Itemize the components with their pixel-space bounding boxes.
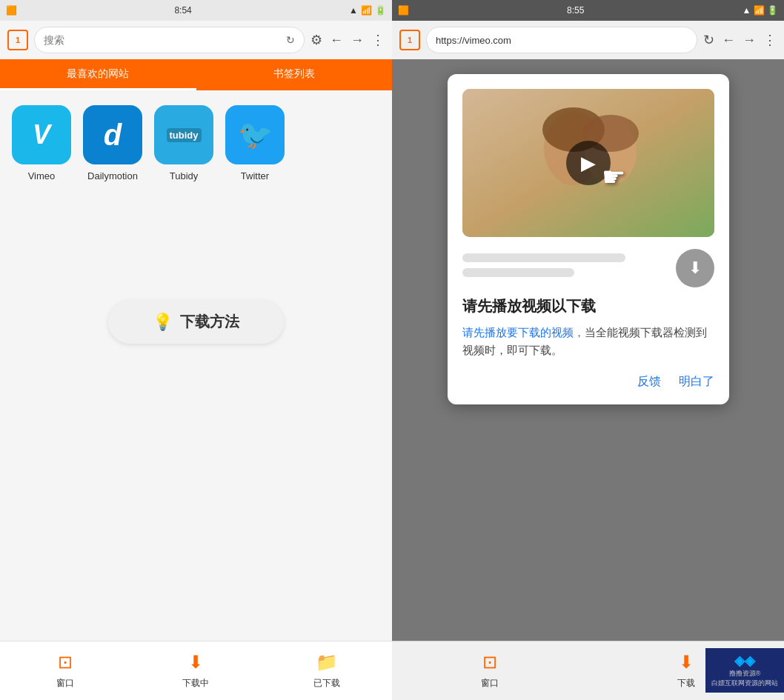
nav-downloaded-left[interactable]: 📁 已下载	[262, 652, 392, 690]
bookmark-dailymotion[interactable]: d Dailymotion	[83, 105, 142, 181]
feedback-button[interactable]: 反馈	[637, 374, 661, 390]
download-method-button[interactable]: 💡 下载方法	[108, 300, 284, 344]
popup-card: ▶ ☛ ⬇ 请先播放视频以下载 请先播放要下载的视频，当全能视频下载器检测到视频…	[448, 74, 729, 404]
menu-icon-right[interactable]: ⋮	[763, 32, 777, 48]
status-bar-left: 🟧 8:54 ▲ 📶 🔋	[0, 0, 392, 21]
nav-downloading-left[interactable]: ⬇ 下载中	[130, 652, 261, 690]
window-icon-right: ⊡	[482, 652, 497, 673]
bookmark-twitter[interactable]: 🐦 Twitter	[225, 105, 285, 181]
window-label-right: 窗口	[481, 677, 499, 690]
tubidy-icon: tubidy	[154, 105, 213, 164]
popup-title: 请先播放视频以下载	[462, 296, 714, 316]
tab-bookmarks[interactable]: 书签列表	[196, 59, 393, 90]
tubidy-label: Tubidy	[170, 170, 199, 181]
dailymotion-icon: d	[83, 105, 142, 164]
window-label-left: 窗口	[56, 677, 74, 690]
forward-icon[interactable]: →	[351, 33, 364, 48]
popup-desc: 请先播放要下载的视频，当全能视频下载器检测到视频时，即可下载。	[462, 324, 714, 359]
card-line-2	[462, 268, 575, 277]
downloaded-icon-left: 📁	[316, 652, 338, 673]
popup-actions: 反馈 明白了	[462, 374, 714, 390]
downloaded-label-left: 已下载	[313, 677, 340, 690]
right-panel: 🟧 8:55 ▲ 📶 🔋 1 https://vimeo.com ↻ ← → ⋮	[392, 0, 784, 700]
wifi-icon: ▲	[349, 5, 358, 16]
popup-desc-highlight: 请先播放要下载的视频，	[462, 326, 585, 339]
refresh-icon-right[interactable]: ↻	[703, 32, 714, 48]
url-bar[interactable]: https://vimeo.com	[426, 27, 697, 53]
video-thumbnail[interactable]: ▶ ☛	[462, 89, 714, 237]
watermark-logo: ◈◈	[734, 653, 755, 669]
twitter-icon: 🐦	[225, 105, 285, 164]
downloading-icon-right: ⬇	[679, 652, 694, 673]
card-info-row: ⬇	[462, 249, 714, 287]
download-method-label: 下载方法	[180, 312, 239, 332]
play-cursor: ▶ ☛	[566, 141, 611, 185]
forward-icon-right[interactable]: →	[743, 33, 756, 48]
toolbar-icons-right: ↻ ← → ⋮	[703, 32, 777, 48]
url-text: https://vimeo.com	[436, 35, 688, 46]
card-line-1	[462, 253, 626, 262]
browser-content: ▶ ☛ ⬇ 请先播放视频以下载 请先播放要下载的视频，当全能视频下载器检测到视频…	[392, 59, 784, 700]
window-icon-left: ⊡	[58, 652, 73, 673]
downloading-label-left: 下载中	[182, 677, 209, 690]
bottom-nav-left: ⊡ 窗口 ⬇ 下载中 📁 已下载	[0, 641, 392, 700]
cursor-hand-icon: ☛	[602, 161, 625, 193]
search-input[interactable]	[44, 34, 286, 46]
toolbar-icons: ⚙ ← → ⋮	[310, 32, 385, 48]
tab-counter-right[interactable]: 1	[399, 30, 420, 50]
ok-button[interactable]: 明白了	[679, 374, 714, 390]
time-right: 8:55	[567, 5, 584, 16]
settings-icon[interactable]: ⚙	[310, 32, 322, 48]
app-icon-right: 🟧	[398, 5, 409, 16]
time-left: 8:54	[174, 5, 191, 16]
video-overlay: ▶ ☛	[462, 89, 714, 237]
twitter-label: Twitter	[241, 170, 269, 181]
battery-icon: 🔋	[375, 5, 386, 16]
nav-window-left[interactable]: ⊡ 窗口	[0, 652, 130, 690]
top-bar-right: 1 https://vimeo.com ↻ ← → ⋮	[392, 21, 784, 59]
signal-icon: 📶	[361, 5, 372, 16]
vimeo-icon: V	[12, 105, 71, 164]
search-bar[interactable]: ↻	[34, 27, 305, 53]
app-icon-left: 🟧	[6, 5, 17, 16]
vimeo-label: Vimeo	[28, 170, 56, 181]
watermark-line2: 白嫖互联网资源的网站	[711, 679, 778, 688]
card-text-lines	[462, 253, 667, 283]
downloading-icon-left: ⬇	[188, 652, 203, 673]
bookmark-tubidy[interactable]: tubidy Tubidy	[154, 105, 213, 181]
dailymotion-label: Dailymotion	[87, 170, 138, 181]
status-bar-right: 🟧 8:55 ▲ 📶 🔋	[392, 0, 784, 21]
tab-favorites[interactable]: 最喜欢的网站	[0, 59, 196, 90]
bookmark-vimeo[interactable]: V Vimeo	[12, 105, 71, 181]
nav-window-right[interactable]: ⊡ 窗口	[392, 652, 588, 690]
bookmarks-grid: V Vimeo d Dailymotion tubidy Tubidy 🐦 Tw…	[0, 90, 392, 196]
status-icons-left: ▲ 📶 🔋	[349, 5, 386, 16]
top-bar-left: 1 ↻ ⚙ ← → ⋮	[0, 21, 392, 59]
bulb-icon: 💡	[153, 313, 173, 332]
watermark-line1: 撸撸资源®	[729, 669, 761, 679]
menu-icon[interactable]: ⋮	[371, 32, 385, 48]
tab-counter[interactable]: 1	[7, 30, 28, 50]
back-icon-right[interactable]: ←	[722, 33, 735, 48]
status-icons-right: ▲ 📶 🔋	[742, 5, 778, 16]
download-circle-button[interactable]: ⬇	[676, 249, 714, 287]
watermark: ◈◈ 撸撸资源® 白嫖互联网资源的网站	[705, 648, 784, 693]
refresh-icon[interactable]: ↻	[286, 34, 295, 46]
left-panel: 🟧 8:54 ▲ 📶 🔋 1 ↻ ⚙ ← → ⋮ 最喜欢的网站 书签列表	[0, 0, 392, 700]
downloading-label-right: 下载	[677, 677, 695, 690]
back-icon[interactable]: ←	[330, 33, 343, 48]
tab-bar: 最喜欢的网站 书签列表	[0, 59, 392, 90]
